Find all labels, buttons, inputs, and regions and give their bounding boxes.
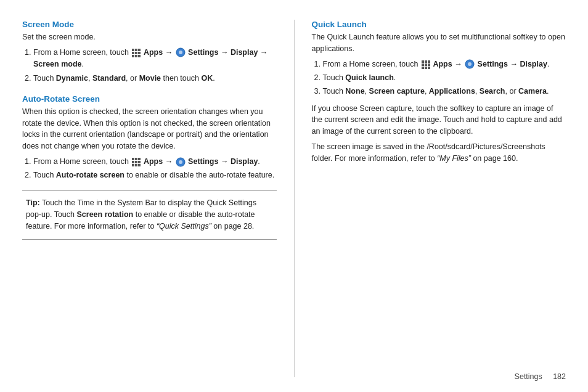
- quick-launch-step-1: From a Home screen, touch Apps →: [323, 59, 566, 70]
- footer-label: Settings: [515, 372, 542, 381]
- svg-rect-28: [422, 67, 424, 69]
- my-files-ref: “My Files”: [437, 154, 471, 163]
- arrow3-1: →: [260, 48, 268, 57]
- svg-rect-15: [135, 161, 137, 163]
- step1-text-before: From a Home screen, touch: [33, 48, 129, 57]
- apps-label-3: Apps: [433, 60, 452, 68]
- svg-rect-1: [135, 49, 137, 51]
- search-label: Search: [480, 87, 505, 96]
- settings-label-2: Settings: [188, 157, 218, 166]
- svg-rect-6: [132, 55, 134, 57]
- apps-grid-icon-2: [131, 157, 141, 166]
- svg-rect-18: [135, 164, 137, 166]
- settings-icon-1: [176, 47, 186, 57]
- svg-rect-3: [132, 52, 134, 54]
- display-label-3: Display: [520, 60, 547, 68]
- svg-rect-13: [138, 158, 141, 160]
- svg-rect-2: [138, 49, 141, 51]
- movie-label: Movie: [139, 74, 161, 83]
- tip-box: Tip: Touch the Time in the System Bar to…: [22, 190, 277, 240]
- settings-icon-2: [176, 157, 186, 167]
- svg-rect-24: [428, 60, 430, 63]
- svg-rect-8: [138, 55, 141, 57]
- svg-rect-19: [138, 164, 141, 166]
- screen-rotation-label: Screen rotation: [76, 210, 133, 219]
- arrow1-1: →: [165, 48, 175, 57]
- none-label: None: [345, 87, 364, 96]
- apps-grid-icon-3: [421, 60, 430, 69]
- auto-rotate-title: Auto-Rotate Screen: [22, 94, 277, 104]
- page: Screen Mode Set the screen mode. From a …: [0, 0, 588, 392]
- svg-rect-11: [132, 158, 134, 160]
- screen-mode-steps: From a Home screen, touch Apps: [33, 47, 277, 84]
- auto-rotate-steps: From a Home screen, touch Apps →: [33, 156, 277, 182]
- svg-point-21: [179, 160, 182, 164]
- apps-label-1: Apps: [144, 48, 163, 57]
- screen-mode-title: Screen Mode: [22, 20, 277, 29]
- ql-step1-before: From a Home screen, touch: [323, 60, 419, 68]
- quick-launch-body2: If you choose Screen capture, touch the …: [312, 103, 566, 137]
- display-label-2: Display: [231, 157, 258, 166]
- screen-capture-label: Screen capture: [369, 87, 425, 96]
- screen-mode-step-1: From a Home screen, touch Apps: [33, 47, 277, 71]
- svg-rect-16: [138, 161, 141, 163]
- svg-rect-27: [428, 63, 430, 66]
- svg-rect-4: [135, 52, 137, 54]
- quick-launch-body3: The screen image is saved in the /Root/s…: [312, 141, 566, 165]
- quick-launch-step-2: Touch Quick launch.: [323, 72, 566, 84]
- step2-1-before: From a Home screen, touch: [33, 157, 129, 166]
- auto-rotate-screen-label: Auto-rotate screen: [56, 171, 125, 179]
- ok-label: OK: [201, 74, 213, 83]
- auto-rotate-section: Auto-Rotate Screen When this option is c…: [22, 94, 277, 182]
- dynamic-label: Dynamic: [56, 74, 88, 83]
- quick-launch-intro: The Quick Launch feature allows you to s…: [312, 31, 566, 55]
- footer-page: 182: [553, 372, 566, 381]
- auto-rotate-step-1: From a Home screen, touch Apps →: [33, 156, 277, 168]
- svg-rect-5: [138, 52, 141, 54]
- svg-point-10: [179, 51, 182, 54]
- standard-label: Standard: [92, 74, 126, 83]
- quick-launch-steps: From a Home screen, touch Apps →: [323, 59, 566, 98]
- auto-rotate-step-2: Touch Auto-rotate screen to enable or di…: [33, 169, 277, 181]
- svg-rect-23: [425, 60, 427, 63]
- screen-mode-step-2: Touch Dynamic, Standard, or Movie then t…: [33, 73, 277, 84]
- settings-icon-3: [465, 59, 475, 69]
- tip-label: Tip:: [26, 198, 40, 207]
- quick-launch-section: Quick Launch The Quick Launch feature al…: [312, 20, 566, 164]
- tip-text3: on page 28.: [213, 222, 254, 231]
- svg-rect-29: [425, 67, 427, 69]
- settings-label-1: Settings: [188, 48, 218, 57]
- display-label-1: Display: [231, 48, 258, 57]
- svg-rect-12: [135, 158, 137, 160]
- right-column: Quick Launch The Quick Launch feature al…: [295, 20, 566, 377]
- screen-mode-section: Screen Mode Set the screen mode. From a …: [22, 20, 277, 84]
- screen-mode-intro: Set the screen mode.: [22, 31, 277, 43]
- quick-launch-label: Quick launch: [345, 73, 394, 82]
- svg-rect-26: [425, 63, 427, 66]
- page-footer: Settings 182: [515, 372, 566, 381]
- svg-rect-0: [132, 49, 134, 51]
- settings-label-3: Settings: [478, 60, 508, 68]
- left-column: Screen Mode Set the screen mode. From a …: [22, 20, 295, 377]
- svg-rect-22: [422, 60, 424, 63]
- apps-label-2: Apps: [144, 157, 163, 166]
- svg-rect-7: [135, 55, 137, 57]
- svg-rect-17: [132, 164, 134, 166]
- svg-rect-30: [428, 67, 430, 69]
- quick-settings-ref: “Quick Settings”: [157, 222, 211, 231]
- arrow2-1: →: [221, 48, 231, 57]
- svg-point-32: [468, 62, 472, 66]
- quick-launch-title: Quick Launch: [312, 20, 566, 29]
- svg-rect-25: [422, 63, 424, 66]
- body3-end: on page 160.: [473, 154, 518, 163]
- quick-launch-step-3: Touch None, Screen capture, Applications…: [323, 86, 566, 97]
- applications-label: Applications: [429, 87, 475, 96]
- auto-rotate-body: When this option is checked, the screen …: [22, 106, 277, 152]
- camera-label: Camera: [518, 87, 547, 96]
- screen-mode-label: Screen mode: [33, 60, 82, 68]
- apps-grid-icon: [131, 48, 141, 57]
- svg-rect-14: [132, 161, 134, 163]
